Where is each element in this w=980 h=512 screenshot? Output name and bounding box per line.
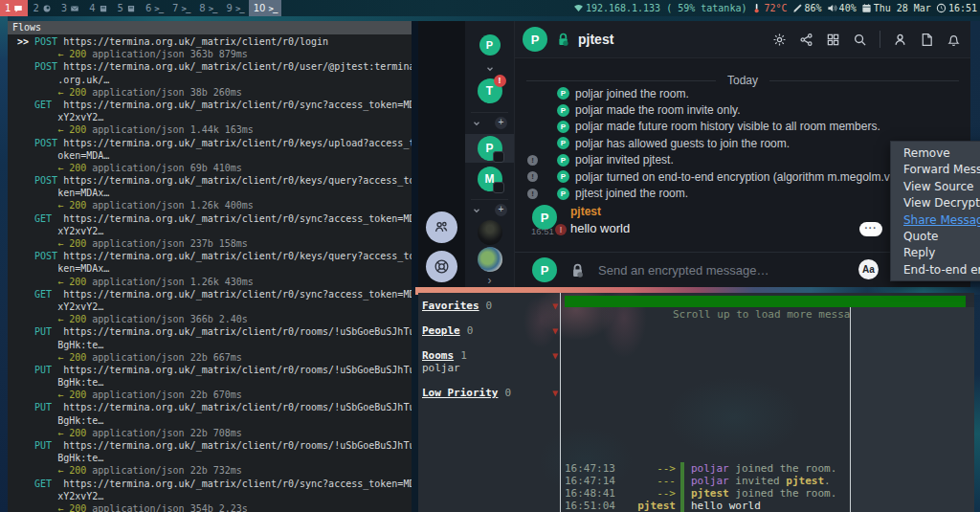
flow-row[interactable]: POST https://termina.org.uk/_matrix/clie… xyxy=(17,60,412,99)
divider xyxy=(471,112,508,113)
bufferlist-section[interactable]: Favorites0▼ xyxy=(422,300,560,312)
workspace-2[interactable]: 2 xyxy=(28,0,56,16)
chat-line: 16:51:04pjtesthello world xyxy=(418,500,974,512)
user-avatar[interactable]: P xyxy=(479,34,501,56)
workspace-8[interactable]: 8>_ xyxy=(194,0,221,16)
temperature-status: 72°C xyxy=(751,3,787,13)
flow-row[interactable]: POST https://termina.org.uk/_matrix/clie… xyxy=(17,137,412,175)
chevron-down-icon[interactable] xyxy=(485,64,495,74)
encryption-lock-icon xyxy=(569,262,586,278)
context-menu-item[interactable]: View Source xyxy=(891,179,980,195)
collapse-triangle-icon[interactable]: ▼ xyxy=(552,301,558,312)
event-text: pjtest joined the room. xyxy=(575,187,688,200)
people-group-icon xyxy=(433,218,451,236)
event-text: poljar made future room history visible … xyxy=(575,120,880,133)
workspace-7[interactable]: 7>_ xyxy=(167,0,194,16)
bufferlist-section[interactable]: People0▼ xyxy=(422,324,560,337)
message-options-button[interactable]: ··· xyxy=(859,222,882,236)
settings-gear-icon[interactable] xyxy=(772,33,787,47)
share-icon[interactable] xyxy=(799,33,813,47)
context-menu-item[interactable]: Share Message xyxy=(891,212,980,229)
workspace-5[interactable]: 5 xyxy=(113,0,141,16)
search-icon[interactable] xyxy=(853,33,867,47)
warning-icon: ! xyxy=(527,171,538,182)
divider xyxy=(471,199,508,200)
terminal-client-window: Favorites0▼People0▼Rooms1▼poljarLow Prio… xyxy=(418,293,974,512)
wifi-icon xyxy=(573,3,584,13)
flow-row[interactable]: PUT https://termina.org.uk/_matrix/clien… xyxy=(17,325,412,364)
add-room-button[interactable]: + xyxy=(495,204,507,216)
speaker-icon xyxy=(827,3,837,13)
bufferlist-room[interactable]: poljar xyxy=(422,362,560,374)
volume-status: 40% xyxy=(827,3,857,13)
chevron-right-icon[interactable]: › xyxy=(488,274,492,287)
flow-row[interactable]: GET https://termina.org.uk/_matrix/clien… xyxy=(17,99,412,137)
add-room-button[interactable]: + xyxy=(495,117,507,129)
collapse-triangle-icon[interactable]: ▼ xyxy=(552,350,558,362)
message-timestamp: 16:51 xyxy=(531,226,554,236)
context-menu-item[interactable]: Quote xyxy=(891,229,980,245)
flow-row[interactable]: POST https://termina.org.uk/_matrix/clie… xyxy=(17,250,412,288)
files-icon[interactable] xyxy=(920,33,934,47)
flow-row[interactable]: PUT https://termina.org.uk/_matrix/clien… xyxy=(17,439,412,478)
event-text: poljar invited pjtest. xyxy=(575,153,674,167)
flow-row[interactable]: POST https://termina.org.uk/_matrix/clie… xyxy=(17,174,412,212)
context-menu-item[interactable]: View Decrypted Source xyxy=(891,195,980,211)
room-header: P pjtest xyxy=(515,21,970,58)
support-button[interactable] xyxy=(426,251,457,282)
widgets-grid-icon[interactable] xyxy=(826,33,840,47)
context-menu-item[interactable]: Reply xyxy=(891,245,980,261)
book-icon xyxy=(126,4,136,13)
bufferlist-section[interactable]: Rooms1▼ xyxy=(422,349,560,362)
flow-row[interactable]: PUT https://termina.org.uk/_matrix/clien… xyxy=(17,364,412,402)
chevron-down-icon[interactable] xyxy=(472,119,481,128)
notifications-bell-icon[interactable] xyxy=(947,33,961,47)
workspace-1[interactable]: 1 xyxy=(0,0,28,16)
status-bar: 123456>_7>_8>_9>_10>_ 192.168.1.133 ( 59… xyxy=(0,0,980,16)
divider xyxy=(880,31,880,48)
context-menu-item[interactable]: End-to-end encryption xyxy=(891,262,980,278)
workspace-3[interactable]: 3 xyxy=(56,0,84,16)
flow-row[interactable]: >> POST https://termina.org.uk/_matrix/c… xyxy=(17,35,412,60)
timeline-event: Ppoljar made future room history visible… xyxy=(515,119,970,135)
matrix-client-window: P T ! + P M xyxy=(418,21,970,287)
chat-log: 16:47:13-->poljar joined the room.16:47:… xyxy=(418,462,974,512)
format-button[interactable]: Aa xyxy=(858,259,879,279)
terminal-icon: >_ xyxy=(268,4,277,13)
room-avatar-image[interactable] xyxy=(478,220,502,245)
room-avatar-m[interactable]: M xyxy=(478,167,502,191)
room-avatar-image[interactable] xyxy=(478,247,502,272)
chevron-down-icon[interactable] xyxy=(472,206,481,215)
avatar: P xyxy=(557,87,569,100)
terminal-icon: >_ xyxy=(154,4,163,13)
workspace-4[interactable]: 4 xyxy=(84,0,112,16)
context-menu-item[interactable]: Forward Message xyxy=(891,162,980,178)
flow-row[interactable]: GET https://termina.org.uk/_matrix/clien… xyxy=(17,288,412,326)
time-status: 16:51 xyxy=(936,3,977,13)
workspace-6[interactable]: 6>_ xyxy=(141,0,167,16)
context-menu-item[interactable]: Remove xyxy=(891,145,980,162)
battery-status: 86% xyxy=(792,3,822,13)
flow-row[interactable]: GET https://termina.org.uk/_matrix/clien… xyxy=(17,478,412,512)
avatar: P xyxy=(557,154,569,167)
firefox-icon xyxy=(42,4,52,13)
workspace-10[interactable]: 10>_ xyxy=(249,0,282,16)
presence-badge xyxy=(493,182,504,193)
flow-row[interactable]: GET https://termina.org.uk/_matrix/clien… xyxy=(17,212,412,251)
thermometer-icon xyxy=(751,3,762,13)
workspace-9[interactable]: 9>_ xyxy=(222,0,249,16)
bufferlist-section[interactable]: Low Priority0▼ xyxy=(422,387,560,399)
collapse-triangle-icon[interactable]: ▼ xyxy=(552,325,558,337)
event-text: poljar made the room invite only. xyxy=(575,103,741,117)
date-status: Thu 28 Mar xyxy=(861,3,931,13)
wallpaper-strip-left xyxy=(0,16,8,512)
people-button[interactable] xyxy=(426,211,457,243)
pen-icon xyxy=(792,3,803,13)
room-avatar-p-selected[interactable]: P xyxy=(478,136,502,161)
members-icon[interactable] xyxy=(893,33,907,47)
collapse-triangle-icon[interactable]: ▼ xyxy=(552,388,558,399)
header-actions xyxy=(772,31,961,48)
room-avatar[interactable]: P xyxy=(523,27,547,52)
flow-row[interactable]: PUT https://termina.org.uk/_matrix/clien… xyxy=(17,401,412,439)
room-avatar-t[interactable]: T ! xyxy=(478,78,502,103)
